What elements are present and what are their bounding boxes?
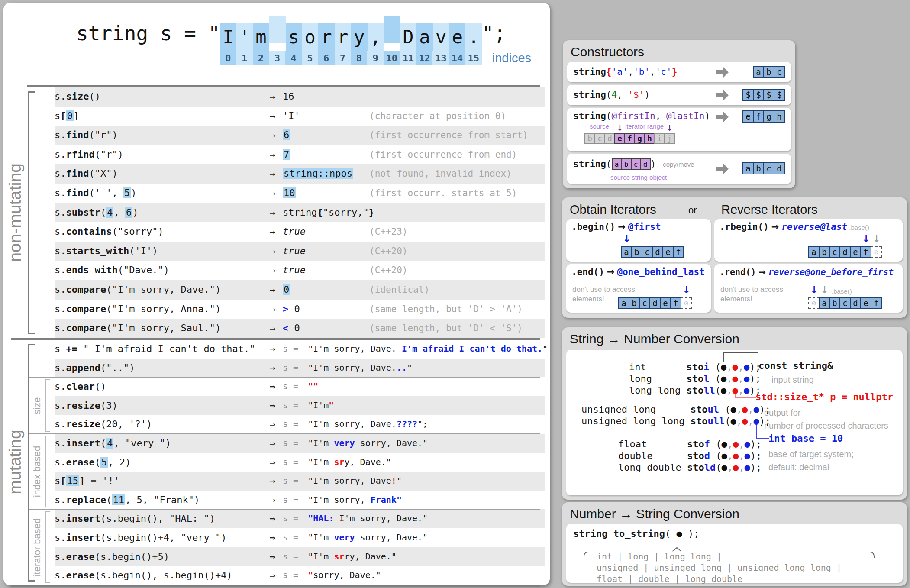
array-cell: $: [774, 89, 785, 101]
source-string-object-label: source string object: [610, 174, 667, 181]
arrow-icon: [716, 90, 729, 101]
down-arrow-icon: ↓: [810, 284, 818, 295]
result-value: s = "I'm sry, Dave.": [283, 453, 545, 472]
constructor-code: string{'a','b','c'}: [573, 62, 677, 82]
index-cell: 2: [253, 51, 269, 65]
conversion-row: intstoi (●,●,●);: [629, 361, 761, 373]
overload-line: unsigned | unsinged long | unsigned long…: [597, 562, 842, 573]
array-cell: f: [673, 246, 684, 258]
array-cell: f: [670, 297, 681, 309]
string-char-cell: I: [220, 23, 236, 51]
conversion-group: unsigned longstoul (●,●,●);unsigned long…: [581, 404, 771, 427]
comment: (first occurr. starts at 5): [369, 184, 545, 203]
conversion-row: unsigned long longstoull(●,●,●);: [581, 415, 771, 427]
string-char-cell: m: [253, 23, 269, 51]
result-prefix: s =: [283, 457, 303, 467]
implies-arrow-icon: ⇒: [262, 359, 283, 378]
conversion-row: longstol (●,●,●);: [629, 373, 761, 384]
result-value: s = "I'm": [283, 396, 545, 415]
string-char-cell: r: [335, 23, 351, 51]
expression-code: s += " I'm afraid I can't do that.": [55, 339, 262, 359]
result-value: s = "": [283, 377, 545, 396]
annotation-base-line1: base of target system;: [768, 448, 854, 461]
implies-arrow-icon: ⇒: [262, 566, 283, 585]
reverse-iterators-title: Reverse Iterators: [721, 203, 817, 217]
yields-arrow-icon: →: [262, 242, 283, 261]
conversion-row: long doublestold(●,●,●);: [618, 462, 762, 473]
nonmutating-table: s.size()→16s[0]→'I'(character at positio…: [55, 87, 545, 338]
expression-code: s.compare("I'm sorry, Dave."): [55, 280, 262, 300]
array-cell: ⊘: [808, 297, 820, 309]
implies-arrow-icon: ⇒: [262, 491, 283, 510]
string-char-cell: o: [302, 23, 318, 51]
yields-arrow-icon: →: [262, 107, 283, 126]
array-cell: a: [808, 246, 820, 258]
array-cell: a: [618, 297, 629, 309]
expression-code: s.resize(20, '?'): [55, 415, 262, 434]
mutating-bracket: [28, 344, 29, 582]
string-char-cell: .: [465, 23, 482, 51]
method-row: s.append("..")⇒s = "I'm sorry, Dave...": [55, 359, 545, 378]
source-string-cells: abcd: [612, 158, 651, 170]
method-row: s.substr(4, 6)→string{"sorry,"}: [55, 203, 545, 223]
index-cells: 0123456789101112131415: [220, 51, 482, 65]
array-cell: b: [629, 297, 640, 309]
array-cell: h: [774, 110, 785, 123]
expression-code: s.substr(4, 6): [55, 203, 262, 223]
group-label: index based: [32, 446, 43, 498]
index-cell: 9: [367, 51, 384, 65]
return-type: long double: [618, 462, 687, 473]
constructor-card: string( abcd )copy/moveabcdsource string…: [567, 154, 791, 184]
result-value: 6: [283, 126, 369, 145]
result-value: 7: [283, 145, 369, 165]
result-prefix: s =: [283, 494, 303, 505]
method-row: s.clear()⇒s = "": [55, 377, 545, 396]
array-cell: f: [871, 297, 882, 309]
iterator-code: .end()→@one_behind_last: [571, 267, 705, 277]
source-cells: bcdefghij: [584, 133, 675, 144]
result-prefix: s =: [283, 400, 303, 410]
annotation-size-t: std::size_t* p = nullptr: [755, 391, 893, 402]
table-bottom-rule: [11, 585, 540, 587]
iterator-card: .begin()→@first↓abcdef: [566, 219, 711, 262]
base-label: .base(): [832, 288, 852, 295]
array-cells: abcdef⊘: [808, 246, 882, 258]
expression-code: s.erase(s.begin(), s.begin()+4): [55, 566, 262, 585]
array-cell: d: [649, 297, 661, 309]
array-cell: i: [654, 133, 665, 144]
group-separator: [29, 509, 540, 510]
result-value: > 0: [283, 300, 369, 319]
yields-arrow-icon: →: [262, 300, 283, 319]
array-cell: c: [763, 162, 774, 174]
down-arrow-icon: ↓: [682, 284, 691, 295]
expression-code: s.clear(): [55, 377, 262, 396]
result-value: true: [283, 261, 369, 280]
string-char-cell: D: [400, 23, 416, 51]
expression-code: s.compare("I'm sorry, Saul."): [55, 319, 262, 338]
group-separator: [29, 433, 540, 434]
array-cell: d: [850, 297, 861, 309]
method-row: s.erase(s.begin()+5)⇒s = "I'm srry, Dave…: [55, 547, 545, 566]
string-char-cell: e: [449, 23, 466, 51]
array-cell: a: [621, 246, 632, 258]
result-cells: abc: [753, 66, 785, 78]
array-cell: e: [860, 297, 871, 309]
result-prefix: s =: [283, 419, 303, 429]
array-cell: c: [839, 297, 851, 309]
comment: (first occurrence from end): [369, 145, 545, 165]
method-row: s.find("X")→string::npos(not found, inva…: [55, 164, 545, 184]
array-cells: abcdef⊘: [618, 297, 692, 309]
comment: (C++20): [369, 242, 545, 261]
conversion-row: floatstof (●,●,●);: [618, 438, 762, 450]
indices-label: indices: [492, 51, 531, 65]
result-value: s = "I'm sorry, Dave. I'm afraid I can't…: [283, 339, 548, 359]
result-value: s = "I'm sorry, Dave.????";: [283, 415, 545, 434]
result-value: 10: [283, 184, 369, 203]
comment: [369, 87, 545, 107]
conversion-row: unsigned longstoul (●,●,●);: [581, 404, 771, 415]
iterator-card: .rbegin()→reverse@last .base()↓↓abcdef⊘: [714, 219, 903, 262]
string-char-cell: ': [236, 23, 253, 51]
comment: (character at position 0): [369, 107, 545, 126]
string-char-cell: v: [433, 23, 449, 51]
method-row: s.compare("I'm sorry, Saul.")→< 0(same l…: [55, 319, 545, 338]
